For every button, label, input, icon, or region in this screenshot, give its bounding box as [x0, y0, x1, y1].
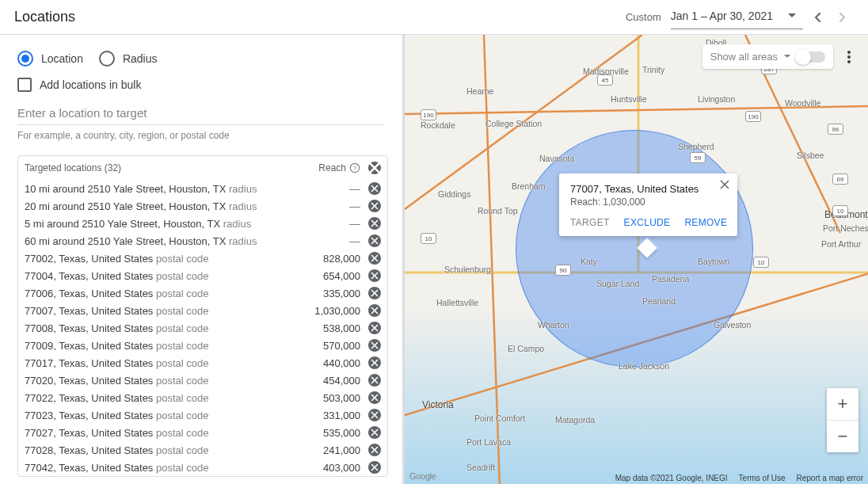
more-vert-icon[interactable]: [839, 48, 858, 67]
table-row[interactable]: 77002, Texas, United States postal code8…: [18, 250, 387, 267]
city-label: Katy: [581, 257, 597, 266]
location-name: 77002, Texas, United States postal code: [25, 253, 299, 265]
route-shield: 45: [597, 74, 613, 86]
table-row[interactable]: 77006, Texas, United States postal code3…: [18, 284, 387, 302]
show-areas-dropdown[interactable]: Show all areas: [702, 44, 833, 69]
route-shield: 69: [832, 173, 848, 185]
remove-location-icon[interactable]: [368, 444, 381, 456]
remove-location-icon[interactable]: [368, 182, 381, 195]
table-row[interactable]: 77009, Texas, United States postal code5…: [18, 337, 387, 354]
table-row[interactable]: 77023, Texas, United States postal code3…: [18, 406, 387, 424]
remove-location-icon[interactable]: [368, 304, 381, 317]
remove-all-icon[interactable]: [368, 162, 381, 174]
route-shield: 190: [421, 109, 436, 120]
chevron-down-icon[interactable]: [781, 5, 803, 27]
chevron-down-icon: [784, 55, 790, 59]
location-name: 77004, Texas, United States postal code: [25, 270, 299, 282]
remove-location-icon[interactable]: [368, 461, 381, 474]
reach-value: 538,000: [299, 322, 360, 334]
location-name: 77023, Texas, United States postal code: [25, 410, 299, 421]
city-label: Victoria: [422, 399, 454, 410]
bulk-label: Add locations in bulk: [40, 78, 141, 91]
help-icon[interactable]: ?: [349, 162, 360, 173]
map-panel[interactable]: Diboll Madisonville Trinity Hearne Hunts…: [402, 35, 868, 484]
popup-exclude-button[interactable]: EXCLUDE: [624, 217, 671, 228]
reach-value: 331,000: [299, 410, 360, 421]
close-icon[interactable]: [720, 178, 733, 191]
input-hint: For example, a country, city, region, or…: [17, 130, 385, 141]
terms-link[interactable]: Terms of Use: [739, 474, 786, 482]
remove-location-icon[interactable]: [368, 252, 381, 265]
table-header-name: Targeted locations (32): [25, 162, 318, 173]
city-label: Matagorda: [555, 415, 595, 425]
reach-value: 1,030,000: [299, 305, 360, 317]
city-label: El Campo: [508, 344, 544, 353]
remove-location-icon[interactable]: [368, 374, 381, 387]
table-row[interactable]: 10 mi around 2510 Yale Street, Houston, …: [18, 180, 387, 197]
popup-reach: Reach: 1,030,000: [570, 196, 726, 208]
table-row[interactable]: 20 mi around 2510 Yale Street, Houston, …: [18, 197, 387, 215]
table-row[interactable]: 77004, Texas, United States postal code6…: [18, 267, 387, 284]
city-label: Rockdale: [421, 120, 455, 130]
areas-toggle[interactable]: [797, 51, 825, 63]
remove-location-icon[interactable]: [368, 339, 381, 352]
table-row[interactable]: 77027, Texas, United States postal code5…: [18, 424, 387, 441]
route-shield: 96: [828, 124, 843, 135]
table-row[interactable]: 77028, Texas, United States postal code2…: [18, 441, 387, 459]
city-label: Pasadena: [652, 274, 689, 284]
radio-radius[interactable]: Radius: [99, 51, 158, 67]
chevron-right-icon[interactable]: [832, 6, 854, 29]
table-row[interactable]: 5 mi around 2510 Yale Street, Houston, T…: [18, 215, 387, 232]
city-label: Hallettsville: [436, 298, 478, 307]
city-label: Seadrift: [466, 463, 495, 472]
route-shield: 190: [745, 111, 761, 122]
remove-location-icon[interactable]: [368, 409, 381, 421]
route-shield: 59: [690, 152, 706, 163]
city-label: Trinity: [642, 65, 664, 74]
city-label: Pearland: [642, 296, 676, 306]
reach-value: 454,000: [299, 375, 360, 387]
remove-location-icon[interactable]: [368, 426, 381, 439]
remove-location-icon[interactable]: [368, 287, 381, 299]
reach-value: 535,000: [299, 427, 360, 439]
location-name: 10 mi around 2510 Yale Street, Houston, …: [25, 183, 299, 195]
city-label: Point Comfort: [474, 413, 525, 423]
chevron-left-icon[interactable]: [806, 6, 828, 29]
city-label: Woodville: [785, 98, 820, 108]
reach-value: —: [299, 200, 360, 212]
city-label: Livingston: [698, 94, 735, 104]
header: Locations Custom Jan 1 – Apr 30, 2021: [0, 0, 868, 35]
remove-location-icon[interactable]: [368, 234, 381, 247]
table-row[interactable]: 77017, Texas, United States postal code4…: [18, 354, 387, 372]
table-row[interactable]: 77007, Texas, United States postal code1…: [18, 302, 387, 319]
table-row[interactable]: 77020, Texas, United States postal code4…: [18, 372, 387, 389]
radio-location[interactable]: Location: [17, 51, 83, 67]
radio-label: Location: [41, 52, 83, 65]
date-range-picker[interactable]: Custom Jan 1 – Apr 30, 2021: [626, 5, 854, 29]
remove-location-icon[interactable]: [368, 356, 381, 369]
table-row[interactable]: 77008, Texas, United States postal code5…: [18, 319, 387, 337]
report-link[interactable]: Report a map error: [797, 474, 863, 482]
reach-value: 570,000: [299, 340, 360, 352]
remove-location-icon[interactable]: [368, 217, 381, 230]
location-input[interactable]: Enter a location to target: [17, 106, 385, 125]
table-row[interactable]: 60 mi around 2510 Yale Street, Houston, …: [18, 232, 387, 250]
zoom-in-button[interactable]: +: [827, 388, 858, 420]
remove-location-icon[interactable]: [368, 391, 381, 404]
bulk-checkbox[interactable]: Add locations in bulk: [17, 78, 385, 92]
reach-value: 654,000: [299, 270, 360, 282]
location-name: 77009, Texas, United States postal code: [25, 340, 299, 352]
remove-location-icon[interactable]: [368, 269, 381, 282]
reach-value: 403,000: [299, 462, 360, 474]
reach-value: 828,000: [299, 253, 360, 265]
table-row[interactable]: 77042, Texas, United States postal code4…: [18, 459, 387, 476]
remove-location-icon[interactable]: [368, 200, 381, 212]
location-name: 77006, Texas, United States postal code: [25, 288, 299, 299]
table-row[interactable]: 77022, Texas, United States postal code5…: [18, 389, 387, 406]
zoom-out-button[interactable]: −: [827, 421, 858, 452]
city-label: Brenham: [512, 181, 546, 191]
city-label: Port Lavaca: [466, 437, 511, 447]
remove-location-icon[interactable]: [368, 322, 381, 334]
popup-remove-button[interactable]: REMOVE: [684, 217, 727, 228]
city-label: Lake Jackson: [619, 361, 669, 371]
